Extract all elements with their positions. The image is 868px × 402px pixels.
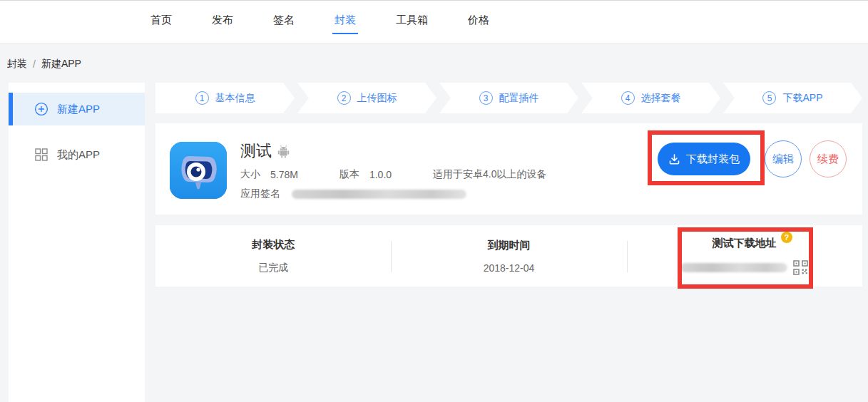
help-icon[interactable]: ? [781,232,792,243]
step-number-badge: 2 [337,91,351,105]
version-value: 1.0.0 [369,169,392,180]
size-value: 5.78M [270,169,298,180]
step-label: 基本信息 [215,92,255,105]
renew-button[interactable]: 续费 [810,140,847,177]
app-name: 测试 [240,140,272,162]
app-icon [170,142,227,199]
wizard-steps: 1 基本信息 2 上传图标 3 配置插件 4 选择套餐 5 下载APP [155,83,862,113]
sidebar: 新建APP 我的APP [9,83,145,402]
test-download-column: 测试下载地址 ? [627,225,862,287]
breadcrumb-new-app: 新建APP [41,58,81,71]
step-configure-plugins[interactable]: 3 配置插件 [439,83,578,113]
size-label: 大小 [240,168,260,181]
step-number-badge: 1 [195,91,209,105]
plus-circle-icon [34,102,48,116]
download-package-button[interactable]: 下载封装包 [658,143,750,175]
top-navigation: 首页 发布 签名 封装 工具箱 价格 [0,1,868,43]
package-status-column: 封装状态 已完成 [155,225,391,287]
qr-code-icon[interactable] [793,260,808,275]
download-button-label: 下载封装包 [686,153,740,166]
step-upload-icon[interactable]: 2 上传图标 [297,83,436,113]
app-meta-row: 大小 5.78M 版本 1.0.0 适用于安卓4.0以上的设备 [240,168,547,181]
step-select-plan[interactable]: 4 选择套餐 [581,83,720,113]
compat-text: 适用于安卓4.0以上的设备 [433,168,546,181]
sidebar-item-label: 新建APP [57,103,100,116]
package-status-value: 已完成 [258,262,288,274]
tab-home[interactable]: 首页 [148,9,174,34]
step-label: 选择套餐 [641,92,681,105]
step-number-badge: 3 [479,91,493,105]
sidebar-item-label: 我的APP [57,148,100,162]
edit-button[interactable]: 编辑 [765,140,802,177]
signature-label: 应用签名 [240,187,280,200]
step-label: 下载APP [782,92,822,105]
sidebar-item-my-app[interactable]: 我的APP [9,138,145,171]
tab-price[interactable]: 价格 [466,9,491,34]
app-card: 测试 大小 5.78M 版本 1.0.0 适 [155,123,862,215]
test-download-header-text: 测试下载地址 [713,237,777,249]
step-number-badge: 4 [621,91,635,105]
step-label: 配置插件 [499,92,539,105]
breadcrumb: 封装 / 新建APP [7,58,81,71]
expiry-header: 到期时间 [487,239,530,252]
download-icon [668,153,680,165]
step-basic-info[interactable]: 1 基本信息 [155,83,295,113]
step-download-app[interactable]: 5 下载APP [723,83,862,113]
grid-icon [34,148,48,162]
tab-publish[interactable]: 发布 [210,9,235,34]
step-label: 上传图标 [357,92,397,105]
expiry-value: 2018-12-04 [484,262,535,274]
expiry-column: 到期时间 2018-12-04 [391,225,626,287]
test-download-header: 测试下载地址 ? [713,237,777,250]
package-info-panel: 封装状态 已完成 到期时间 2018-12-04 测试下载地址 ? [155,225,862,287]
sidebar-item-new-app[interactable]: 新建APP [9,93,145,125]
step-number-badge: 5 [762,91,776,105]
tab-package[interactable]: 封装 [332,9,358,34]
signature-redacted-value [292,190,466,199]
package-status-header: 封装状态 [252,238,295,252]
signature-row: 应用签名 [240,187,466,200]
android-icon [277,145,290,158]
download-url-redacted-value [680,263,787,272]
breadcrumb-package[interactable]: 封装 [7,58,27,71]
version-label: 版本 [339,168,359,181]
breadcrumb-separator: / [33,58,36,70]
tab-toolbox[interactable]: 工具箱 [394,9,430,34]
tab-signature[interactable]: 签名 [271,9,297,34]
